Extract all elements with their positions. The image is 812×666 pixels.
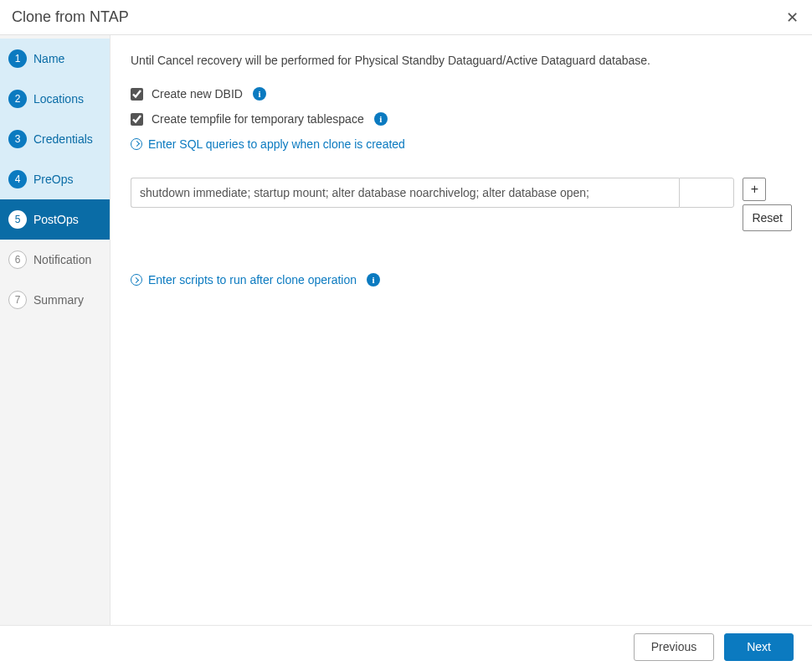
dialog-footer: Previous Next [0, 625, 812, 666]
sql-queries-toggle[interactable]: Enter SQL queries to apply when clone is… [131, 137, 405, 151]
dialog-title: Clone from NTAP [12, 8, 129, 26]
scripts-label: Enter scripts to run after clone operati… [148, 273, 357, 287]
sql-input[interactable] [131, 178, 679, 208]
reset-sql-button[interactable]: Reset [743, 204, 792, 231]
create-dbid-label: Create new DBID [152, 87, 243, 101]
intro-text: Until Cancel recovery will be performed … [131, 54, 792, 67]
sql-button-stack: + Reset [743, 178, 792, 231]
step-name[interactable]: 1 Name [0, 39, 110, 79]
step-label: Notification [33, 253, 91, 266]
step-preops[interactable]: 4 PreOps [0, 159, 110, 199]
sql-input-group [131, 178, 734, 208]
step-number: 4 [8, 170, 27, 188]
next-button[interactable]: Next [724, 633, 794, 661]
step-label: PostOps [33, 213, 79, 226]
sql-row: + Reset [131, 178, 792, 231]
step-locations[interactable]: 2 Locations [0, 79, 110, 119]
close-icon[interactable]: ✕ [786, 10, 799, 25]
info-icon[interactable]: i [253, 87, 266, 101]
create-dbid-checkbox[interactable] [131, 88, 143, 101]
step-number: 3 [8, 130, 27, 148]
chevron-right-icon [131, 138, 142, 150]
scripts-row: Enter scripts to run after clone operati… [131, 273, 792, 287]
step-label: PreOps [33, 173, 73, 186]
scripts-toggle[interactable]: Enter scripts to run after clone operati… [131, 273, 357, 287]
step-label: Locations [33, 92, 84, 106]
step-label: Name [33, 52, 64, 65]
step-number: 1 [8, 49, 27, 68]
step-credentials[interactable]: 3 Credentials [0, 119, 110, 159]
step-number: 6 [8, 250, 27, 269]
step-postops[interactable]: 5 PostOps [0, 199, 110, 240]
sql-queries-label: Enter SQL queries to apply when clone is… [148, 137, 405, 151]
step-number: 2 [8, 90, 27, 108]
previous-button[interactable]: Previous [634, 633, 714, 661]
chevron-right-icon [131, 274, 142, 286]
sql-input-addon[interactable] [679, 178, 734, 208]
create-tempfile-checkbox[interactable] [131, 113, 143, 126]
create-tempfile-row: Create tempfile for temporary tablespace… [131, 112, 792, 126]
create-dbid-row: Create new DBID i [131, 87, 792, 101]
wizard-sidebar: 1 Name 2 Locations 3 Credentials 4 PreOp… [0, 35, 110, 625]
step-label: Credentials [33, 132, 93, 146]
dialog-body: 1 Name 2 Locations 3 Credentials 4 PreOp… [0, 35, 812, 625]
info-icon[interactable]: i [367, 273, 380, 287]
step-summary[interactable]: 7 Summary [0, 280, 110, 320]
dialog-header: Clone from NTAP ✕ [0, 0, 812, 35]
step-notification[interactable]: 6 Notification [0, 240, 110, 280]
step-label: Summary [33, 293, 84, 307]
info-icon[interactable]: i [374, 112, 388, 126]
add-sql-button[interactable]: + [743, 178, 766, 201]
step-number: 5 [8, 210, 27, 229]
create-tempfile-label: Create tempfile for temporary tablespace [152, 112, 364, 126]
step-number: 7 [8, 291, 27, 309]
step-content: Until Cancel recovery will be performed … [110, 35, 812, 625]
